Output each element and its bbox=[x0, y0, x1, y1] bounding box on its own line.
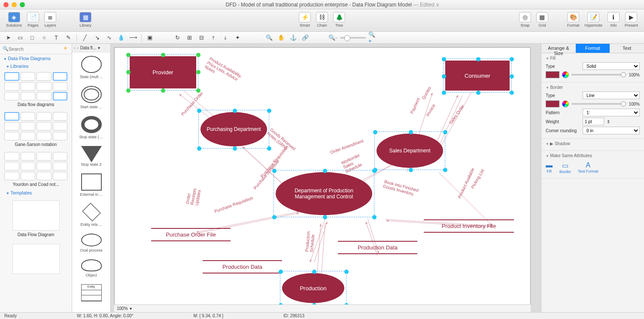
corner-rounding-select[interactable]: 0 in bbox=[583, 127, 640, 134]
lib-dfd[interactable]: Data flow diagrams bbox=[0, 70, 72, 109]
ds-purchase-order-file[interactable]: Purchase Order File bbox=[151, 228, 231, 241]
inspector-panel: Arrange & Size Format Text Fill TypeSoli… bbox=[541, 44, 644, 312]
border-color-wheel[interactable] bbox=[562, 100, 569, 107]
zoom-value[interactable]: 100% bbox=[117, 306, 128, 311]
template-dfd[interactable]: Data Flow Diagram bbox=[0, 196, 72, 240]
border-weight-input[interactable] bbox=[583, 118, 604, 125]
pages-button[interactable]: 📄Pages bbox=[25, 11, 41, 28]
hypernote-button[interactable]: 📝Hypernote bbox=[583, 11, 604, 28]
shadow-header[interactable]: ▶ Shadow bbox=[546, 141, 640, 146]
chevron-down-icon[interactable]: ▾ bbox=[98, 46, 100, 50]
eyedropper-tool[interactable]: 💧 bbox=[116, 33, 126, 42]
arrow-tool[interactable]: ↘ bbox=[92, 33, 102, 42]
tab-text[interactable]: Text bbox=[610, 44, 644, 53]
curve-tool[interactable]: ∿ bbox=[104, 33, 114, 42]
grid-button[interactable]: ▦Grid bbox=[535, 11, 550, 28]
fill-color-wheel[interactable] bbox=[562, 71, 569, 78]
ellipse-tool[interactable]: ○ bbox=[39, 33, 49, 42]
rect-tool[interactable]: □ bbox=[27, 33, 37, 42]
fill-type-select[interactable]: Solid bbox=[583, 62, 640, 70]
tree-dfd-root[interactable]: Data Flow Diagrams bbox=[0, 54, 72, 63]
text-tool[interactable]: T bbox=[52, 33, 61, 42]
library-button[interactable]: ▦Library bbox=[78, 11, 93, 28]
shape-start-state[interactable]: Start state ... bbox=[72, 82, 110, 112]
info-button[interactable]: ℹInfo bbox=[606, 11, 621, 28]
border-color-swatch[interactable] bbox=[546, 100, 559, 107]
snap-button[interactable]: ◎Snap bbox=[517, 11, 533, 28]
zoom-slider[interactable] bbox=[340, 37, 366, 39]
zoom-dropdown-icon[interactable]: ▾ bbox=[130, 306, 132, 311]
format-button[interactable]: 🎨Format bbox=[565, 11, 581, 28]
library-search[interactable]: 🔍 ✴ bbox=[0, 44, 72, 54]
ungroup-tool[interactable]: ⊟ bbox=[197, 33, 206, 42]
shape-nav-back[interactable]: ‹ bbox=[74, 46, 75, 50]
shape-entity-rel[interactable]: Entity rela ... bbox=[72, 200, 110, 230]
border-opacity-slider[interactable] bbox=[571, 103, 626, 105]
anchor-tool[interactable]: ⚓ bbox=[289, 33, 298, 42]
border-type-select[interactable]: Line bbox=[583, 91, 640, 99]
same-fill-button[interactable]: ▬Fill bbox=[546, 161, 553, 174]
ds-production-data-1[interactable]: Production Data bbox=[203, 260, 282, 273]
shape-external[interactable]: External in ... bbox=[72, 170, 110, 200]
shape-state[interactable]: State (mult ... bbox=[72, 52, 110, 82]
border-pattern-select[interactable]: 1: bbox=[583, 109, 640, 116]
fill-opacity-slider[interactable] bbox=[571, 74, 626, 76]
layers-button[interactable]: ≣Layers bbox=[43, 11, 58, 28]
shape-nav-fwd[interactable]: › bbox=[77, 46, 78, 50]
shape-stop-state-2[interactable]: Stop state 2 bbox=[72, 143, 110, 170]
minimize-window-button[interactable] bbox=[12, 2, 17, 7]
distribute-tool[interactable]: ⫰ bbox=[221, 33, 230, 42]
pointer-tool[interactable]: ➤ bbox=[3, 33, 13, 42]
main-area: 🔍 ✴ Data Flow Diagrams Libraries Data fl… bbox=[0, 44, 644, 312]
tab-arrange[interactable]: Arrange & Size bbox=[541, 44, 576, 53]
weight-stepper[interactable]: ⇕ bbox=[607, 119, 610, 124]
lib-yourdon-coad[interactable]: Yourdon and Coad not... bbox=[0, 149, 72, 189]
shape-oval-process[interactable]: Oval process bbox=[72, 230, 110, 256]
template-dfd-2[interactable] bbox=[0, 240, 72, 278]
zoom-window-button[interactable] bbox=[20, 2, 25, 7]
ds-production-data-2[interactable]: Production Data bbox=[338, 241, 417, 254]
smart-button[interactable]: ⚡Smart bbox=[297, 11, 313, 28]
tree-button[interactable]: 🌲Tree bbox=[331, 11, 347, 28]
close-window-button[interactable] bbox=[3, 2, 9, 7]
line-tool[interactable]: ╱ bbox=[80, 33, 90, 42]
connector-tool[interactable]: ⟶ bbox=[128, 33, 138, 42]
rotate-tool[interactable]: ↻ bbox=[173, 33, 182, 42]
shape-object[interactable]: Object bbox=[72, 256, 110, 281]
lib-gane-sarson[interactable]: Gane-Sarson notation bbox=[0, 109, 72, 149]
present-button[interactable]: ▶Present bbox=[623, 11, 640, 28]
corner-rounding-label: Corner rounding bbox=[546, 128, 580, 133]
link-tool[interactable]: 🔗 bbox=[301, 33, 310, 42]
canvas[interactable]: Provider Consumer Purchasing Department … bbox=[114, 47, 531, 305]
same-text-button[interactable]: AText Format bbox=[578, 161, 598, 174]
zoom-in-button[interactable]: 🔍+ bbox=[368, 33, 378, 42]
flow-quotes: Quotes bbox=[421, 86, 432, 100]
shape-entity-table[interactable]: Entity bbox=[72, 281, 110, 307]
align-tool[interactable]: ⫯ bbox=[209, 33, 218, 42]
solutions-button[interactable]: ◈Solutions bbox=[4, 11, 24, 28]
hand-tool[interactable]: ✋ bbox=[276, 33, 286, 42]
shape-stop-state[interactable]: Stop state ( ... bbox=[72, 112, 110, 143]
fill-header[interactable]: Fill bbox=[546, 56, 640, 61]
border-header[interactable]: Border bbox=[546, 85, 640, 90]
status-bar: Ready W: 1.60, H: 0.80, Angle: 0.00° M: … bbox=[0, 312, 644, 319]
tree-libraries[interactable]: Libraries bbox=[0, 63, 72, 70]
select-tool[interactable]: ▭ bbox=[15, 33, 25, 42]
fill-opacity-value: 100% bbox=[629, 73, 640, 77]
same-border-button[interactable]: ▭Border bbox=[559, 161, 571, 174]
ds-product-inventory-file[interactable]: Product Inventory File bbox=[424, 219, 514, 233]
chain-button[interactable]: ⛓Chain bbox=[314, 11, 330, 28]
zoom-out-button[interactable]: 🔍- bbox=[328, 33, 337, 42]
zoom-tool[interactable]: 🔍 bbox=[264, 33, 274, 42]
flow-invoice: Invoice bbox=[425, 103, 436, 117]
search-input[interactable] bbox=[9, 46, 64, 52]
stamp-tool[interactable]: ▣ bbox=[145, 33, 155, 42]
pen-tool[interactable]: ✎ bbox=[64, 33, 73, 42]
group-tool[interactable]: ⊞ bbox=[185, 33, 194, 42]
tab-format[interactable]: Format bbox=[576, 44, 610, 53]
tree-templates[interactable]: Templates bbox=[0, 189, 72, 196]
fill-color-swatch[interactable] bbox=[546, 71, 559, 78]
compass-icon[interactable]: ✴ bbox=[64, 46, 69, 52]
magic-tool[interactable]: ✦ bbox=[233, 33, 242, 42]
same-attr-header[interactable]: Make Same Attributes bbox=[546, 153, 640, 158]
